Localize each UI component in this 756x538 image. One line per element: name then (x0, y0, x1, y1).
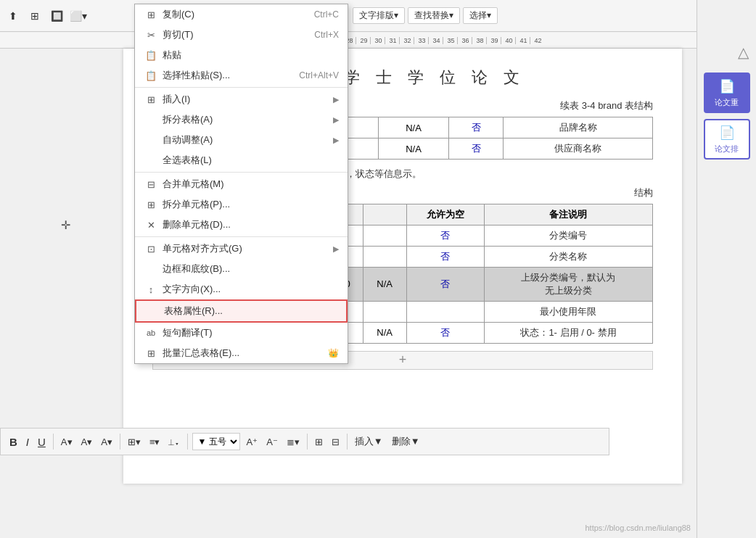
menu-label-copy: 复制(C) (163, 8, 314, 21)
select-label: 选择▾ (467, 9, 494, 22)
menu-item-merge-cells[interactable]: ⊟ 合并单元格(M) (135, 174, 348, 194)
menu-label-select-all: 全选表格(L) (163, 154, 339, 167)
bold-button[interactable]: B (7, 432, 20, 451)
cell-align-arrow: ▶ (333, 244, 339, 254)
ruler-mark: 41 (515, 37, 530, 44)
separator (187, 434, 188, 450)
table-merge-button[interactable]: ⊟ (329, 432, 342, 451)
col-desc: 供应商名称 (504, 138, 653, 160)
col-nullable (406, 301, 484, 322)
menu-item-borders[interactable]: 边框和底纹(B)... (135, 259, 348, 279)
align-button[interactable]: ≡▾ (147, 432, 163, 451)
col-default: N/A (379, 138, 449, 160)
right-btn-2-label: 论文排 (715, 144, 739, 154)
font-size-increase[interactable]: A⁺ (243, 432, 260, 451)
bg-color-button[interactable]: A▾ (98, 432, 115, 451)
italic-button[interactable]: I (23, 432, 32, 451)
doc-icon-1: 📄 (719, 78, 735, 94)
col-desc: 最小使用年限 (484, 301, 652, 322)
menu-item-text-dir[interactable]: ↕ 文字方向(X)... (135, 279, 348, 299)
toolbar-btn-4[interactable]: ⬜▾ (68, 6, 89, 26)
menu-label-paste-special: 选择性粘贴(S)... (163, 69, 299, 82)
menu-label-paste: 粘贴 (163, 49, 339, 62)
copy-icon: ⊞ (144, 9, 158, 20)
panel-expand-icon[interactable]: △ (738, 44, 749, 61)
toolbar-group-text: 文字排版▾ (353, 7, 405, 24)
menu-label-cut: 剪切(T) (163, 28, 314, 41)
toolbar-btn-1[interactable]: ⬆ (3, 6, 23, 26)
toolbar-btn-2[interactable]: ⊞ (25, 6, 45, 26)
col-desc: 状态：1- 启用 / 0- 禁用 (484, 322, 652, 343)
ruler-mark: 35 (443, 37, 457, 44)
menu-item-cut[interactable]: ✂ 剪切(T) Ctrl+X (135, 25, 348, 45)
col-nullable: 否 (406, 322, 484, 343)
menu-label-delete-cells: 删除单元格(D)... (163, 218, 339, 231)
menu-item-table-props[interactable]: 表格属性(R)... (135, 299, 348, 323)
highlight-button[interactable]: A▾ (78, 432, 96, 451)
ruler: 2 1 1 2 3 4 5 6 22 23 24 25 26 28 29 30 … (0, 33, 697, 49)
menu-label-merge-cells: 合并单元格(M) (163, 178, 339, 191)
col-desc: 分类名称 (484, 246, 652, 267)
separator (307, 434, 308, 450)
delete-dropdown[interactable]: 删除▼ (389, 432, 423, 451)
col-nullable: 否 (449, 117, 504, 138)
find-replace-label: 查找替换▾ (411, 9, 456, 22)
col-desc: 上级分类编号，默认为无上级分类 (484, 267, 652, 301)
line-spacing-button[interactable]: ≣▾ (284, 432, 303, 451)
menu-item-split-table[interactable]: 拆分表格(A) ▶ (135, 109, 348, 130)
menu-item-delete-cells[interactable]: ✕ 删除单元格(D)... (135, 215, 348, 235)
header-col-nullable: 允许为空 (406, 204, 484, 225)
menu-item-insert[interactable]: ⊞ 插入(I) ▶ (135, 89, 348, 109)
split-cells-icon: ⊞ (144, 199, 158, 210)
menu-label-auto-adjust: 自动调整(A) (163, 133, 333, 146)
menu-label-cell-align: 单元格对齐方式(G) (163, 242, 333, 255)
border-button[interactable]: ⊞▾ (125, 432, 144, 451)
table-insert-button[interactable]: ⊞ (312, 432, 326, 451)
toolbar-group-find: 查找替换▾ (408, 7, 460, 24)
menu-item-auto-adjust[interactable]: 自动调整(A) ▶ (135, 130, 348, 150)
merge-cells-icon: ⊟ (144, 179, 158, 190)
menu-item-translate[interactable]: ab 短句翻译(T) (135, 323, 348, 343)
toolbar-group-select: 选择▾ (463, 7, 498, 24)
col-default: N/A (379, 117, 449, 138)
menu-item-copy[interactable]: ⊞ 复制(C) Ctrl+C (135, 4, 348, 25)
ruler-mark: 30 (370, 37, 385, 44)
valign-button[interactable]: ⟂▾ (165, 432, 183, 451)
ruler-mark: 29 (356, 37, 370, 44)
col-desc: 品牌名称 (504, 117, 653, 138)
underline-button[interactable]: U (35, 432, 49, 451)
format-bar: B I U A▾ A▾ A▾ ⊞▾ ≡▾ ⟂▾ ▼ 五号 A⁺ A⁻ ≣▾ ⊞ … (0, 428, 609, 455)
text-toolbar: 文字排版▾ 查找替换▾ 选择▾ (348, 0, 697, 32)
move-handle[interactable]: ✛ (58, 218, 73, 233)
separator (120, 434, 120, 450)
right-btn-1-label: 论文重 (715, 97, 739, 108)
ruler-mark: 33 (414, 37, 428, 44)
font-size-select[interactable]: ▼ 五号 (192, 433, 240, 450)
menu-divider (135, 172, 348, 173)
copy-shortcut: Ctrl+C (314, 9, 339, 20)
batch-table-icon: ⊞ (144, 348, 158, 359)
menu-item-batch-table[interactable]: ⊞ 批量汇总表格(E)... 👑 (135, 343, 348, 363)
menu-label-translate: 短句翻译(T) (163, 326, 339, 339)
insert-dropdown[interactable]: 插入▼ (352, 432, 386, 451)
font-size-decrease[interactable]: A⁻ (263, 432, 281, 451)
col-default (363, 225, 406, 246)
menu-label-table-props: 表格属性(R)... (164, 305, 337, 318)
menu-label-split-cells: 拆分单元格(P)... (163, 198, 339, 211)
doc-icon-2: 📄 (719, 125, 735, 141)
col-nullable: 否 (406, 267, 484, 301)
right-btn-1[interactable]: 📄 论文重 (704, 73, 750, 113)
col-nullable: 否 (449, 138, 504, 160)
font-color-button[interactable]: A▾ (58, 432, 75, 451)
toolbar-btn-3[interactable]: 🔲 (46, 6, 67, 26)
menu-item-split-cells[interactable]: ⊞ 拆分单元格(P)... (135, 194, 348, 215)
menu-item-paste[interactable]: 📋 粘贴 (135, 45, 348, 65)
menu-item-paste-special[interactable]: 📋 选择性粘贴(S)... Ctrl+Alt+V (135, 65, 348, 86)
header-col-default (363, 204, 406, 225)
menu-item-select-all[interactable]: 全选表格(L) (135, 150, 348, 170)
ruler-mark: 42 (530, 37, 544, 44)
watermark: https://blog.csdn.me/liulang88 (585, 523, 691, 532)
split-arrow: ▶ (333, 115, 339, 125)
menu-item-cell-align[interactable]: ⊡ 单元格对齐方式(G) ▶ (135, 239, 348, 259)
right-btn-2[interactable]: 📄 论文排 (704, 119, 750, 160)
